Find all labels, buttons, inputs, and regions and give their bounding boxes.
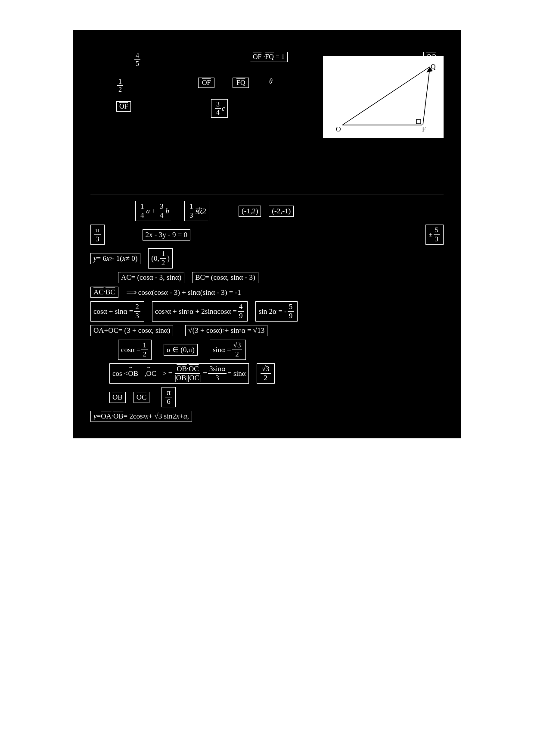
equation-of-fq: OF ·FQ = 1 <box>250 52 288 62</box>
bottom-row-4: AC = (cosα - 3, sinα) BC = (cosα, sinα -… <box>90 272 444 283</box>
bottom-row-5: AC·BC ⟹ cosα(cosα - 3) + sinα(sinα - 3) … <box>90 287 444 298</box>
bc-vector: BC = (cosα, sinα - 3) <box>192 272 258 283</box>
bottom-row-2: π3 2x - 3y - 9 = 0 ±53 <box>90 225 444 245</box>
ob-label: OB <box>109 392 126 403</box>
expr-a-b: 14 a + 34 b <box>135 201 172 221</box>
cos2-sin2-sum: cos2α + sin2α + 2sinαcosα = 49 <box>152 301 248 322</box>
pi-over-3: π3 <box>90 225 105 245</box>
ac-dot-bc: AC·BC <box>90 287 118 298</box>
bottom-row-11: y = OA·OB = 2cos2x + √3 sin2x + a, <box>90 411 444 422</box>
bottom-row-7: OA + OC = (3 + cosα, sinα) √(3 + cosα)2 … <box>90 325 444 336</box>
sin-alpha-sqrt3: sinα = √32 <box>210 340 246 360</box>
expr-neg2-neg1: (-2,-1) <box>269 206 294 217</box>
section-top: 4 5 OF ·FQ = 1 1 2 OF FQ <box>90 47 444 185</box>
y-final-eq: y = OA·OB = 2cos2x + √3 sin2x + a, <box>90 411 192 422</box>
expr-1-3-or-2: 13或2 <box>184 201 209 221</box>
oa-oc-sum: OA + OC = (3 + cosα, sinα) <box>90 325 173 336</box>
diagram: O F Q <box>323 56 444 138</box>
ac-vector: AC = (cosα - 3, sinα) <box>118 272 184 283</box>
point-0-half: (0,12) <box>148 248 173 269</box>
magnitude-eq: √(3 + cosα)2 + sin2α = √13 <box>185 325 267 336</box>
vector-fq-label: FQ <box>233 78 249 88</box>
pi-over-6: π6 <box>161 387 176 407</box>
svg-text:O: O <box>336 125 341 133</box>
svg-text:F: F <box>422 125 426 133</box>
y-eq-6x2: y = 6x2 - 1(x ≠ 0) <box>90 253 140 264</box>
bottom-row-1: 14 a + 34 b 13或2 (-1,2) (-2,-1) <box>90 201 444 221</box>
bottom-row-8: cosα = 12 α ∈ (0,π) sinα = √32 <box>90 340 444 360</box>
bottom-row-9: cos < OB,OC> = OB·OC |OB||OC| = 3sinα3 =… <box>90 363 444 384</box>
expr-neg1-2: (-1,2) <box>239 206 261 217</box>
bottom-row-10: OB OC π6 <box>90 387 444 407</box>
sqrt3-over-2: √32 <box>257 363 275 384</box>
fraction-4-5: 4 5 <box>134 52 141 68</box>
content-box: 4 5 OF ·FQ = 1 1 2 OF FQ <box>73 30 461 438</box>
alpha-range: α ∈ (0,π) <box>164 344 198 356</box>
vector-of-label: OF <box>198 78 214 88</box>
cosine-angle: cos < OB,OC> = OB·OC |OB||OC| = 3sinα3 =… <box>109 363 249 384</box>
of-bottom-left: OF <box>116 101 131 112</box>
bottom-row-3: y = 6x2 - 1(x ≠ 0) (0,12) <box>90 248 444 269</box>
fraction-3-4-c: 3 4 c <box>211 99 228 118</box>
bottom-row-6: cosα + sinα = 23 cos2α + sin2α + 2sinαco… <box>90 301 444 322</box>
fraction-1-2: 1 2 <box>116 78 124 94</box>
section-bottom: 14 a + 34 b 13或2 (-1,2) (-2,-1) π3 <box>90 201 444 422</box>
pm-5-over-3: ±53 <box>425 225 444 245</box>
equation-2x: 2x - 3y - 9 = 0 <box>143 229 190 241</box>
diagram-svg: O F Q <box>323 56 444 138</box>
sin2alpha: sin 2α = -59 <box>255 301 298 322</box>
divider <box>90 194 444 194</box>
oc-label: OC <box>134 392 150 403</box>
dot-product-expansion: ⟹ cosα(cosα - 3) + sinα(sinα - 3) = -1 <box>126 288 241 297</box>
cos-alpha-half: cosα = 12 <box>118 340 152 360</box>
page: 4 5 OF ·FQ = 1 1 2 OF FQ <box>0 0 534 756</box>
theta-label: θ <box>269 78 273 85</box>
cos-sin-sum: cosα + sinα = 23 <box>90 301 144 322</box>
